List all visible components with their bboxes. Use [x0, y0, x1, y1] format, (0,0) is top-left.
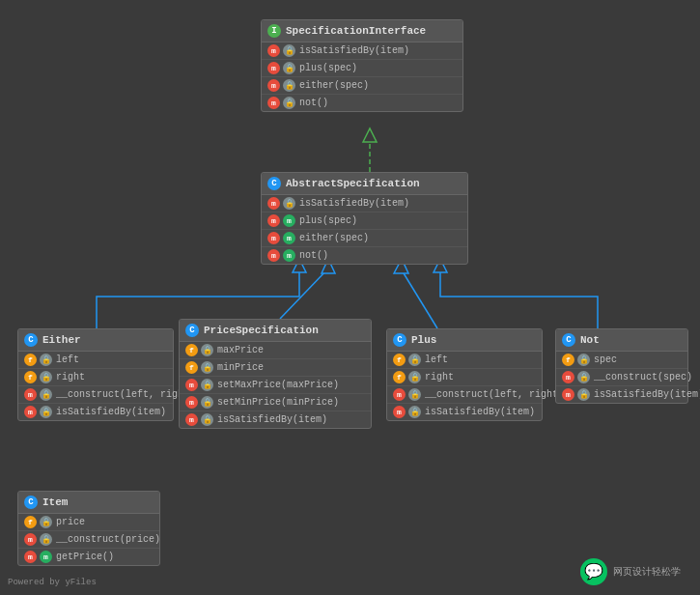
- vis-icon: m: [24, 388, 37, 401]
- member-text: isSatisfiedBy(item): [594, 389, 700, 400]
- vis-icon: m: [393, 406, 406, 418]
- member-setMinPrice: m 🔒 setMinPrice(minPrice): [180, 394, 371, 411]
- vis-icon: m: [185, 396, 198, 409]
- member-getPrice: m m getPrice(): [18, 549, 159, 565]
- class-header-plus: C Plus: [387, 329, 542, 352]
- member-text: price: [56, 517, 85, 527]
- vis-icon: m: [267, 214, 280, 227]
- type-icon: 🔒: [283, 44, 295, 57]
- class-icon: C: [24, 333, 38, 347]
- class-icon: C: [24, 496, 38, 509]
- member-isSatisfiedBy-2: m 🔒 isSatisfiedBy(item): [262, 195, 467, 212]
- type-icon: 🔒: [201, 413, 213, 426]
- type-icon: m: [283, 214, 295, 227]
- vis-icon: f: [562, 354, 574, 366]
- vis-icon: m: [267, 62, 280, 74]
- vis-icon: m: [267, 79, 280, 92]
- member-either-1: m 🔒 either(spec): [262, 77, 462, 95]
- member-text: isSatisfiedBy(item): [56, 407, 166, 417]
- vis-icon: m: [24, 551, 37, 563]
- member-price: f 🔒 price: [18, 514, 159, 531]
- type-icon: 🔒: [201, 379, 213, 391]
- member-construct-not: m 🔒 __construct(spec): [556, 369, 687, 386]
- wechat-text: 网页设计轻松学: [613, 565, 681, 579]
- class-header-abstract: C AbstractSpecification: [262, 173, 467, 195]
- diagram-container: I SpecificationInterface m 🔒 isSatisfied…: [0, 0, 700, 595]
- member-minPrice: f 🔒 minPrice: [180, 359, 371, 377]
- member-text: setMinPrice(minPrice): [217, 397, 339, 408]
- type-icon: 🔒: [408, 371, 421, 383]
- class-plus: C Plus f 🔒 left f 🔒 right m 🔒 __construc…: [386, 328, 543, 421]
- member-text: __construct(price): [56, 534, 160, 545]
- member-text: minPrice: [217, 362, 264, 373]
- member-text: __construct(left, right): [425, 389, 564, 400]
- vis-icon: m: [267, 197, 280, 210]
- type-icon: 🔒: [283, 62, 295, 74]
- vis-icon: m: [185, 379, 198, 391]
- member-text: getPrice(): [56, 552, 114, 562]
- member-isSatisfiedBy-price: m 🔒 isSatisfiedBy(item): [180, 411, 371, 428]
- class-header-price: C PriceSpecification: [180, 320, 371, 342]
- vis-icon: m: [267, 232, 280, 244]
- svg-line-7: [401, 269, 437, 328]
- type-icon: 🔒: [40, 533, 52, 546]
- class-name-price: PriceSpecification: [204, 325, 319, 336]
- type-icon: 🔒: [40, 371, 52, 383]
- vis-icon: f: [24, 516, 37, 528]
- member-spec-not: f 🔒 spec: [556, 352, 687, 369]
- member-isSatisfiedBy-either: m 🔒 isSatisfiedBy(item): [18, 404, 173, 420]
- vis-icon: f: [393, 371, 406, 383]
- vis-icon: m: [24, 533, 37, 546]
- member-not-1: m 🔒 not(): [262, 95, 462, 111]
- member-left: f 🔒 left: [18, 352, 173, 369]
- class-icon: C: [393, 333, 406, 347]
- member-isSatisfiedBy-1: m 🔒 isSatisfiedBy(item): [262, 42, 462, 60]
- class-name-plus: Plus: [411, 334, 436, 346]
- member-text: left: [56, 354, 79, 365]
- member-text: right: [425, 372, 454, 382]
- member-text: either(spec): [299, 80, 369, 91]
- member-setMaxPrice: m 🔒 setMaxPrice(maxPrice): [180, 377, 371, 394]
- member-text: __construct(spec): [594, 372, 692, 382]
- class-not: C Not f 🔒 spec m 🔒 __construct(spec) m 🔒…: [555, 328, 688, 404]
- type-icon: 🔒: [283, 79, 295, 92]
- member-construct-either: m 🔒 __construct(left, right): [18, 386, 173, 404]
- member-text: plus(spec): [299, 215, 357, 226]
- member-text: right: [56, 372, 85, 382]
- type-icon: 🔒: [201, 344, 213, 356]
- class-header-not: C Not: [556, 329, 687, 352]
- member-text: setMaxPrice(maxPrice): [217, 380, 339, 390]
- member-plus-1: m 🔒 plus(spec): [262, 60, 462, 77]
- vis-icon: f: [24, 371, 37, 383]
- class-header-either: C Either: [18, 329, 173, 352]
- class-name-specification-interface: SpecificationInterface: [286, 25, 426, 37]
- type-icon: 🔒: [577, 354, 590, 366]
- class-item: C Item f 🔒 price m 🔒 __construct(price) …: [17, 491, 160, 566]
- member-text: plus(spec): [299, 63, 357, 73]
- svg-marker-3: [363, 128, 377, 142]
- member-left-plus: f 🔒 left: [387, 352, 542, 369]
- interface-icon: I: [267, 24, 281, 38]
- wechat-icon: 💬: [580, 558, 607, 585]
- class-header-specification-interface: I SpecificationInterface: [262, 20, 462, 42]
- vis-icon: f: [185, 361, 198, 374]
- class-header-item: C Item: [18, 492, 159, 514]
- watermark: Powered by yFiles: [8, 578, 97, 587]
- type-icon: 🔒: [577, 371, 590, 383]
- wechat-badge: 💬 网页设计轻松学: [580, 558, 681, 585]
- vis-icon: f: [393, 354, 406, 366]
- class-either: C Either f 🔒 left f 🔒 right m 🔒 __constr…: [17, 328, 174, 421]
- class-name-either: Either: [42, 334, 81, 346]
- member-text: not(): [299, 250, 328, 261]
- class-icon: C: [267, 177, 281, 190]
- member-text: isSatisfiedBy(item): [425, 407, 535, 417]
- class-abstract-specification: C AbstractSpecification m 🔒 isSatisfiedB…: [261, 172, 468, 265]
- vis-icon: m: [267, 44, 280, 57]
- type-icon: 🔒: [283, 197, 295, 210]
- class-icon: C: [562, 333, 575, 347]
- type-icon: 🔒: [40, 388, 52, 401]
- member-text: __construct(left, right): [56, 389, 195, 400]
- member-construct-item: m 🔒 __construct(price): [18, 531, 159, 549]
- type-icon: 🔒: [201, 396, 213, 409]
- vis-icon: m: [562, 388, 574, 401]
